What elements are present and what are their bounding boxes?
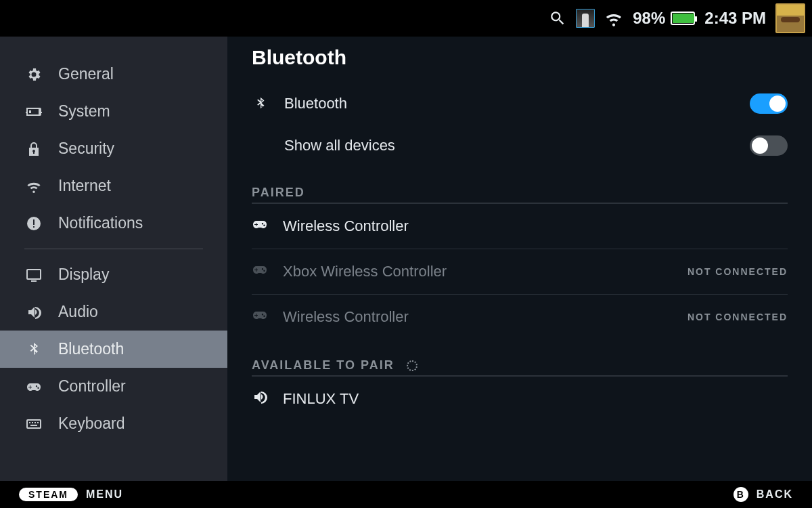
audio-icon [24,304,43,320]
device-status: NOT CONNECTED [687,312,788,322]
setting-label: Bluetooth [284,95,347,112]
sidebar-item-general[interactable]: General [0,56,227,93]
sidebar-item-bluetooth[interactable]: Bluetooth [0,331,227,368]
device-label: Xbox Wireless Controller [283,263,447,280]
toggle-switch[interactable] [750,135,788,156]
controller-icon [252,307,268,327]
setting-row-bluetooth[interactable]: Bluetooth [252,83,788,125]
device-row[interactable]: Xbox Wireless ControllerNOT CONNECTED [252,249,788,294]
available-header-label: AVAILABLE TO PAIR [252,358,394,373]
device-row[interactable]: FINLUX TV [252,376,788,421]
footer-bar: STEAM MENU B BACK [0,481,812,508]
sidebar-item-label: Security [58,140,114,158]
sidebar-item-controller[interactable]: Controller [0,368,227,405]
battery-icon [671,12,695,25]
controller-icon [24,379,43,395]
back-label: BACK [757,488,793,501]
wifi-icon [24,178,43,194]
wifi-icon[interactable] [604,9,623,28]
user-avatar[interactable] [775,3,805,33]
audio-icon [252,389,268,409]
controller-icon [252,216,268,236]
device-status: NOT CONNECTED [687,266,788,277]
sidebar-item-label: Display [58,266,109,284]
device-label: Wireless Controller [283,217,409,235]
sidebar-item-label: General [58,65,114,83]
search-icon[interactable] [549,9,566,27]
sidebar-item-label: Internet [58,177,111,195]
settings-content: Bluetooth BluetoothShow all devices PAIR… [227,37,812,481]
battery-percent-label: 98% [633,9,665,28]
page-title: Bluetooth [252,46,788,69]
clock-label: 2:43 PM [704,9,766,28]
console-icon [24,104,43,120]
setting-label: Show all devices [284,137,395,154]
sidebar-item-internet[interactable]: Internet [0,167,227,205]
top-bar: 98% 2:43 PM [0,0,812,37]
toggle-switch[interactable] [750,93,788,114]
sidebar-item-security[interactable]: Security [0,130,227,167]
sidebar-item-audio[interactable]: Audio [0,293,227,331]
alert-icon [24,215,43,232]
battery-status: 98% [633,9,695,28]
sidebar-item-keyboard[interactable]: Keyboard [0,405,227,442]
sidebar-item-label: Bluetooth [58,340,124,358]
menu-label: MENU [86,488,123,501]
sidebar-item-display[interactable]: Display [0,256,227,293]
sidebar-item-label: Keyboard [58,415,125,433]
sidebar-item-label: Notifications [58,214,143,232]
b-button-icon[interactable]: B [734,487,748,502]
scanning-spinner-icon [407,360,418,371]
controller-icon [252,261,268,282]
bluetooth-icon [24,341,43,358]
sidebar-item-notifications[interactable]: Notifications [0,205,227,242]
friends-avatar[interactable] [576,9,595,28]
available-section-header: AVAILABLE TO PAIR [252,358,788,373]
keyboard-icon [24,416,43,432]
setting-row-show-all-devices[interactable]: Show all devices [252,125,788,167]
sidebar-item-label: System [58,102,110,121]
sidebar-item-label: Audio [58,303,98,321]
device-row[interactable]: Wireless ControllerNOT CONNECTED [252,294,788,339]
sidebar-divider [24,249,203,249]
sidebar-item-label: Controller [58,377,126,396]
device-row[interactable]: Wireless Controller [252,203,788,249]
sidebar-item-system[interactable]: System [0,93,227,130]
bluetooth-icon [252,96,269,111]
paired-section-header: PAIRED [252,186,788,200]
paired-header-label: PAIRED [252,186,305,200]
gear-icon [24,66,43,83]
steam-button[interactable]: STEAM [19,488,78,501]
settings-sidebar: GeneralSystemSecurityInternetNotificatio… [0,37,227,481]
display-icon [24,267,43,283]
device-label: FINLUX TV [283,390,359,408]
device-label: Wireless Controller [283,308,409,326]
lock-icon [24,141,43,157]
